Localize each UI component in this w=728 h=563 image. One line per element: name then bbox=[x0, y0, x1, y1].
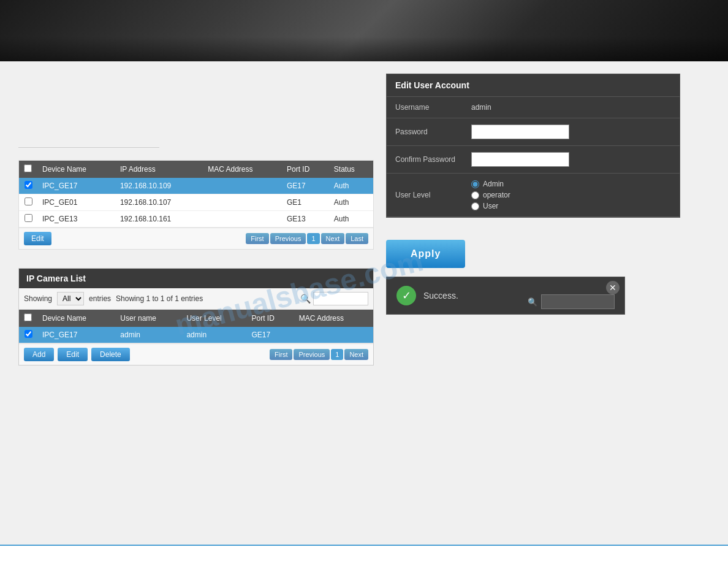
device-table-section: Device Name IP Address MAC Address Port … bbox=[18, 160, 374, 250]
device-pagination-nav: First Previous 1 Next Last bbox=[246, 233, 368, 244]
admin-option[interactable]: Admin bbox=[471, 180, 510, 188]
camera-previous-button[interactable]: Previous bbox=[294, 349, 330, 360]
camera-next-button[interactable]: Next bbox=[344, 349, 368, 360]
camera-device-name-header: Device Name bbox=[37, 310, 115, 327]
camera-row-checkbox[interactable] bbox=[25, 330, 32, 338]
camera-row-mac bbox=[294, 327, 373, 343]
camera-row-level: admin bbox=[181, 327, 246, 343]
ip-camera-actions: Add Edit Delete First Previous 1 Next bbox=[19, 343, 373, 365]
admin-radio[interactable] bbox=[471, 180, 479, 188]
success-notification: ✓ Success. ✕ 🔍 bbox=[386, 277, 625, 315]
entries-info: Showing 1 to 1 of 1 entries bbox=[116, 294, 203, 303]
camera-user-level-header: User Level bbox=[181, 310, 246, 327]
close-notification-button[interactable]: ✕ bbox=[606, 281, 620, 294]
user-level-options: Admin operator User bbox=[466, 174, 515, 216]
footer bbox=[0, 545, 728, 563]
status-header: Status bbox=[329, 161, 373, 178]
password-label: Password bbox=[387, 121, 466, 142]
port-id-header: Port ID bbox=[282, 161, 329, 178]
user-level-label: User Level bbox=[387, 185, 466, 205]
left-panel: Device Name IP Address MAC Address Port … bbox=[18, 74, 374, 366]
camera-edit-button[interactable]: Edit bbox=[58, 348, 88, 361]
device-row-mac bbox=[203, 211, 282, 228]
camera-add-button[interactable]: Add bbox=[24, 348, 54, 361]
entries-label: entries bbox=[89, 294, 111, 303]
device-name-header: Device Name bbox=[37, 161, 115, 178]
camera-page-number: 1 bbox=[331, 349, 343, 360]
select-all-camera-checkbox[interactable] bbox=[24, 313, 32, 321]
confirm-password-input[interactable] bbox=[471, 152, 569, 167]
showing-label: Showing bbox=[24, 294, 52, 303]
camera-first-button[interactable]: First bbox=[270, 349, 292, 360]
password-row: Password bbox=[387, 118, 680, 146]
camera-row-username: admin bbox=[115, 327, 181, 343]
success-icon: ✓ bbox=[396, 286, 416, 305]
apply-area: Apply bbox=[386, 228, 710, 268]
device-row-port: GE13 bbox=[282, 211, 329, 228]
device-row-checkbox[interactable] bbox=[25, 197, 32, 205]
confirm-password-row: Confirm Password bbox=[387, 146, 680, 174]
camera-port-id-header: Port ID bbox=[247, 310, 294, 327]
password-input[interactable] bbox=[471, 124, 569, 139]
device-table-row: IPC_GE13 192.168.10.161 GE13 Auth bbox=[19, 211, 373, 228]
device-last-button[interactable]: Last bbox=[346, 233, 368, 244]
device-table-row: IPC_GE01 192.168.10.107 GE1 Auth bbox=[19, 194, 373, 211]
device-row-name: IPC_GE13 bbox=[37, 211, 115, 228]
device-page-number: 1 bbox=[307, 233, 319, 244]
device-next-button[interactable]: Next bbox=[321, 233, 345, 244]
username-row: Username admin bbox=[387, 97, 680, 118]
edit-user-form: Username admin Password Confirm Password bbox=[387, 97, 680, 217]
ip-camera-title: IP Camera List bbox=[19, 269, 373, 288]
confirm-password-value bbox=[466, 146, 680, 173]
device-previous-button[interactable]: Previous bbox=[270, 233, 306, 244]
ip-camera-controls: Showing All entries Showing 1 to 1 of 1 … bbox=[19, 288, 373, 310]
camera-search-area: 🔍 bbox=[300, 292, 368, 305]
camera-search-icon: 🔍 bbox=[300, 294, 311, 304]
admin-label: Admin bbox=[483, 180, 504, 188]
device-table: Device Name IP Address MAC Address Port … bbox=[19, 161, 373, 228]
operator-label: operator bbox=[483, 191, 510, 199]
confirm-password-label: Confirm Password bbox=[387, 149, 466, 170]
user-option[interactable]: User bbox=[471, 202, 510, 210]
notification-search-input[interactable] bbox=[541, 294, 615, 309]
device-row-ip: 192.168.10.161 bbox=[115, 211, 203, 228]
device-row-mac bbox=[203, 194, 282, 211]
device-row-name: IPC_GE01 bbox=[37, 194, 115, 211]
notification-search-icon: 🔍 bbox=[528, 297, 537, 307]
user-radio[interactable] bbox=[471, 202, 479, 210]
camera-delete-button[interactable]: Delete bbox=[91, 348, 130, 361]
device-row-status: Auth bbox=[329, 211, 373, 228]
camera-username-header: User name bbox=[115, 310, 181, 327]
device-row-ip: 192.168.10.109 bbox=[115, 178, 203, 194]
select-all-device-checkbox[interactable] bbox=[24, 164, 32, 172]
camera-action-buttons: Add Edit Delete bbox=[24, 348, 130, 361]
camera-row-name: IPC_GE17 bbox=[37, 327, 115, 343]
password-value bbox=[466, 118, 680, 145]
device-row-name: IPC_GE17 bbox=[37, 178, 115, 194]
header-banner bbox=[0, 0, 728, 61]
device-first-button[interactable]: First bbox=[246, 233, 268, 244]
notification-search-area: 🔍 bbox=[528, 294, 615, 309]
device-pagination-bar: Edit First Previous 1 Next Last bbox=[19, 228, 373, 249]
camera-search-input[interactable] bbox=[313, 292, 368, 305]
device-edit-button[interactable]: Edit bbox=[24, 232, 51, 245]
user-label: User bbox=[483, 202, 498, 210]
camera-pagination-nav: First Previous 1 Next bbox=[270, 349, 368, 360]
device-table-row: IPC_GE17 192.168.10.109 GE17 Auth bbox=[19, 178, 373, 194]
device-row-checkbox[interactable] bbox=[25, 214, 32, 222]
device-row-ip: 192.168.10.107 bbox=[115, 194, 203, 211]
camera-mac-header: MAC Address bbox=[294, 310, 373, 327]
device-row-status: Auth bbox=[329, 194, 373, 211]
right-panel: Edit User Account Username admin Passwor… bbox=[386, 74, 710, 366]
divider-line bbox=[18, 147, 159, 148]
operator-radio[interactable] bbox=[471, 191, 479, 199]
camera-row-port: GE17 bbox=[247, 327, 294, 343]
operator-option[interactable]: operator bbox=[471, 191, 510, 199]
edit-user-title: Edit User Account bbox=[387, 74, 680, 97]
success-text: Success. bbox=[423, 291, 458, 301]
device-row-checkbox[interactable] bbox=[25, 181, 32, 189]
username-label: Username bbox=[387, 97, 466, 118]
apply-button[interactable]: Apply bbox=[386, 240, 465, 268]
ip-address-header: IP Address bbox=[115, 161, 203, 178]
entries-select[interactable]: All bbox=[57, 292, 84, 305]
